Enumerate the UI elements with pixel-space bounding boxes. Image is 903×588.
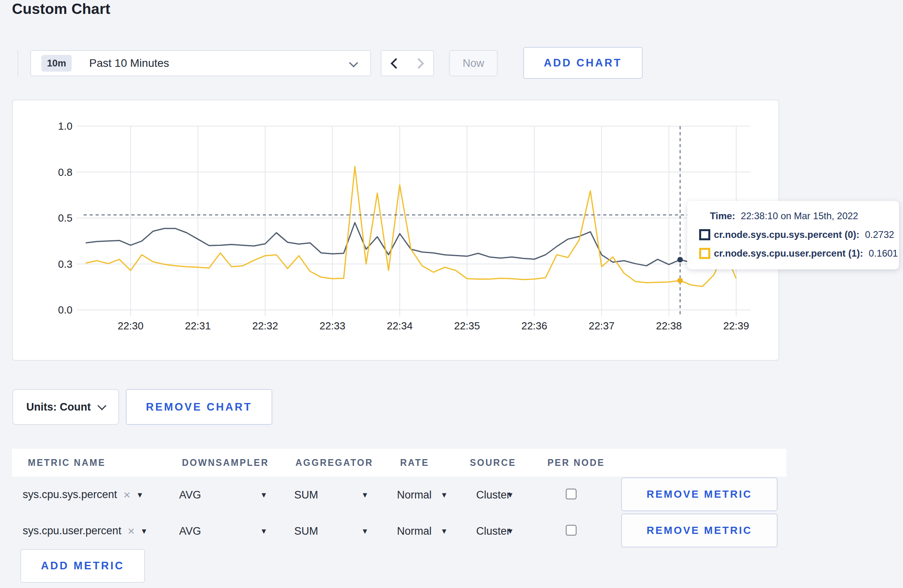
metric-name-select[interactable]: sys.cpu.user.percent×▾ xyxy=(23,524,146,538)
clear-metric-icon[interactable]: × xyxy=(128,524,135,538)
time-range-select[interactable]: 10m Past 10 Minutes xyxy=(30,50,371,76)
chevron-left-icon xyxy=(391,58,401,69)
metric-name-value: sys.cpu.sys.percent xyxy=(23,489,117,501)
caret-down-icon: ▾ xyxy=(508,490,512,500)
series-line xyxy=(86,167,736,286)
remove-metric-button[interactable]: REMOVE METRIC xyxy=(621,514,778,547)
source-select[interactable]: Cluster xyxy=(476,489,510,501)
downsampler-select[interactable]: AVG xyxy=(179,525,201,537)
tooltip-series-value: 0.2732 xyxy=(865,229,894,240)
x-axis-tick-label: 22:32 xyxy=(252,320,278,332)
x-axis-tick-label: 22:38 xyxy=(656,320,682,332)
rate-select[interactable]: Normal xyxy=(397,489,432,501)
chevron-down-icon xyxy=(349,58,358,68)
x-axis-tick-label: 22:35 xyxy=(454,320,480,332)
x-axis-tick-label: 22:37 xyxy=(588,320,614,332)
chevron-down-icon xyxy=(98,401,107,411)
tooltip-series-label: cr.node.sys.cpu.user.percent (1): xyxy=(714,248,863,259)
tooltip-series-row: cr.node.sys.cpu.user.percent (1):0.1601 xyxy=(687,244,899,263)
x-axis-tick-label: 22:39 xyxy=(723,320,749,332)
y-axis-tick-label: 0.5 xyxy=(58,212,72,224)
tooltip-series-row: cr.node.sys.cpu.sys.percent (0):0.2732 xyxy=(687,225,899,244)
series-swatch-icon xyxy=(699,229,710,240)
metrics-table-header: METRIC NAMEDOWNSAMPLERAGGREGATORRATESOUR… xyxy=(12,449,786,477)
metric-table-row: sys.cpu.user.percent×▾AVG▾SUM▾Normal▾Clu… xyxy=(12,513,786,549)
y-axis-tick-label: 0.8 xyxy=(58,166,72,178)
caret-down-icon: ▾ xyxy=(262,526,266,536)
per-node-checkbox[interactable] xyxy=(566,525,577,535)
tooltip-series-value: 0.1601 xyxy=(869,248,898,259)
x-axis-tick-label: 22:33 xyxy=(319,320,345,332)
page-title: Custom Chart xyxy=(12,1,110,18)
per-node-checkbox[interactable] xyxy=(566,489,577,499)
tooltip-series-label: cr.node.sys.cpu.sys.percent (0): xyxy=(714,229,859,240)
chart-tooltip: Time: 22:38:10 on Mar 15th, 2022 cr.node… xyxy=(687,201,899,269)
toolbar-divider xyxy=(18,50,18,76)
caret-down-icon: ▾ xyxy=(262,490,266,500)
tooltip-time-label: Time: xyxy=(710,210,735,222)
x-axis-tick-label: 22:36 xyxy=(521,320,547,332)
caret-down-icon: ▾ xyxy=(442,490,446,500)
chart-card: 0.00.30.50.81.022:3022:3122:3222:3322:34… xyxy=(12,99,779,361)
add-chart-button[interactable]: ADD CHART xyxy=(523,47,643,79)
units-select[interactable]: Units: Count xyxy=(12,389,119,425)
column-header: AGGREGATOR xyxy=(295,458,373,468)
hover-marker-dot xyxy=(677,278,683,283)
column-header: RATE xyxy=(400,458,429,468)
series-line xyxy=(86,223,736,266)
tooltip-time-row: Time: 22:38:10 on Mar 15th, 2022 xyxy=(687,206,899,225)
series-swatch-icon xyxy=(699,248,710,259)
caret-down-icon: ▾ xyxy=(442,526,446,536)
remove-chart-button[interactable]: REMOVE CHART xyxy=(126,389,272,425)
caret-down-icon: ▾ xyxy=(363,526,367,536)
tooltip-time-value: 22:38:10 on Mar 15th, 2022 xyxy=(741,210,858,222)
caret-down-icon: ▾ xyxy=(138,490,142,500)
time-range-badge: 10m xyxy=(41,55,72,72)
add-metric-button[interactable]: ADD METRIC xyxy=(20,549,145,583)
source-select[interactable]: Cluster xyxy=(476,525,510,537)
aggregator-select[interactable]: SUM xyxy=(294,489,318,501)
y-axis-tick-label: 1.0 xyxy=(58,120,72,132)
x-axis-tick-label: 22:31 xyxy=(185,320,211,332)
units-label: Units: Count xyxy=(26,401,91,413)
metric-name-select[interactable]: sys.cpu.sys.percent×▾ xyxy=(23,488,142,502)
downsampler-select[interactable]: AVG xyxy=(179,489,201,501)
time-back-button[interactable] xyxy=(381,50,408,76)
x-axis-tick-label: 22:30 xyxy=(117,320,143,332)
caret-down-icon: ▾ xyxy=(508,526,512,536)
metric-name-value: sys.cpu.user.percent xyxy=(23,525,121,537)
now-button[interactable]: Now xyxy=(449,50,498,76)
clear-metric-icon[interactable]: × xyxy=(123,488,131,502)
remove-metric-button[interactable]: REMOVE METRIC xyxy=(621,477,778,511)
time-forward-button[interactable] xyxy=(407,50,434,76)
rate-select[interactable]: Normal xyxy=(397,525,432,537)
y-axis-tick-label: 0.0 xyxy=(58,304,72,316)
column-header: DOWNSAMPLER xyxy=(182,458,269,468)
timeseries-chart[interactable]: 0.00.30.50.81.022:3022:3122:3222:3322:34… xyxy=(13,100,780,362)
x-axis-tick-label: 22:34 xyxy=(387,320,412,332)
chevron-right-icon xyxy=(413,58,424,69)
y-axis-tick-label: 0.3 xyxy=(58,258,72,270)
hover-marker-dot xyxy=(677,257,683,263)
metric-table-row: sys.cpu.sys.percent×▾AVG▾SUM▾Normal▾Clus… xyxy=(12,477,786,513)
custom-chart-page: Custom Chart 10m Past 10 Minutes Now ADD… xyxy=(0,0,903,588)
caret-down-icon: ▾ xyxy=(363,490,367,500)
time-range-label: Past 10 Minutes xyxy=(89,57,169,70)
column-header: METRIC NAME xyxy=(28,458,106,468)
aggregator-select[interactable]: SUM xyxy=(294,525,318,537)
caret-down-icon: ▾ xyxy=(142,526,146,536)
column-header: PER NODE xyxy=(547,458,605,468)
column-header: SOURCE xyxy=(470,458,516,468)
